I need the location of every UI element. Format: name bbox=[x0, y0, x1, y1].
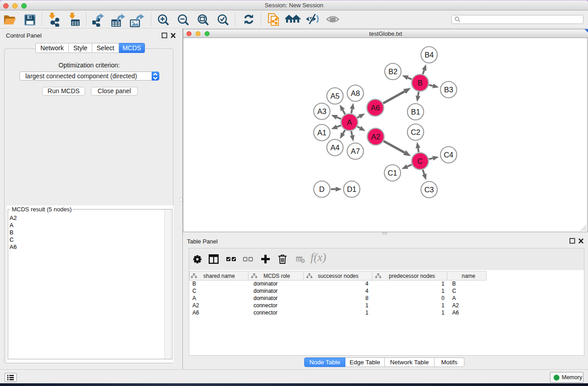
svg-text:B: B bbox=[417, 79, 422, 87]
svg-text:A3: A3 bbox=[317, 107, 326, 115]
svg-text:C: C bbox=[417, 157, 423, 165]
svg-text:A1: A1 bbox=[317, 129, 326, 137]
svg-text:D1: D1 bbox=[347, 185, 356, 193]
svg-text:B3: B3 bbox=[444, 86, 453, 94]
svg-text:A7: A7 bbox=[351, 147, 360, 155]
svg-text:B1: B1 bbox=[411, 108, 420, 116]
svg-text:A: A bbox=[347, 118, 352, 126]
svg-text:D: D bbox=[319, 185, 325, 193]
svg-text:C4: C4 bbox=[444, 151, 453, 159]
svg-text:A6: A6 bbox=[371, 104, 380, 112]
svg-text:A5: A5 bbox=[330, 92, 339, 100]
svg-text:A2: A2 bbox=[371, 133, 380, 141]
svg-text:C2: C2 bbox=[411, 128, 420, 136]
svg-text:A4: A4 bbox=[330, 143, 339, 152]
svg-text:B4: B4 bbox=[425, 51, 434, 59]
svg-text:C3: C3 bbox=[424, 186, 434, 194]
svg-text:B2: B2 bbox=[388, 67, 397, 76]
svg-text:C1: C1 bbox=[387, 169, 397, 177]
svg-text:A8: A8 bbox=[351, 89, 360, 97]
